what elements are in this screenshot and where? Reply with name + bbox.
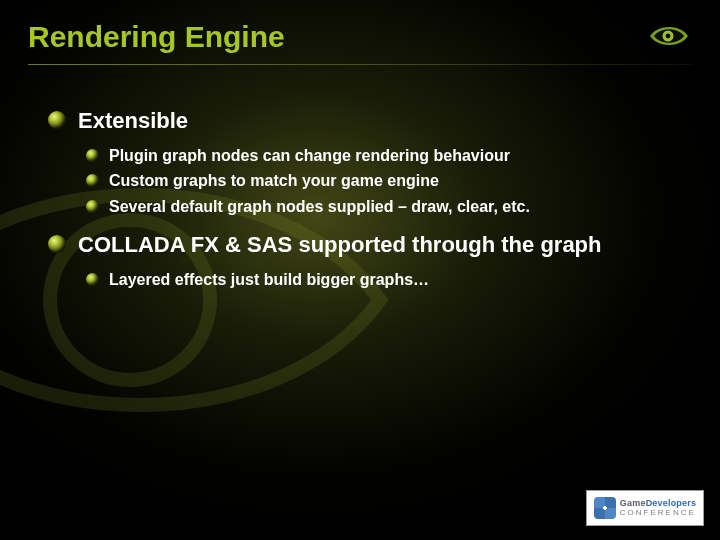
nvidia-eye-icon	[648, 22, 690, 50]
sphere-bullet-icon	[86, 273, 99, 286]
sphere-bullet-icon	[86, 200, 99, 213]
slide: Rendering Engine Extensible Plugin graph…	[0, 0, 720, 540]
gdc-line2: CONFERENCE	[620, 509, 696, 517]
sphere-bullet-icon	[48, 111, 66, 129]
gdc-line1: GameDevelopers	[620, 499, 696, 508]
sub-bullet-label: Several default graph nodes supplied – d…	[109, 196, 530, 218]
list-item: Several default graph nodes supplied – d…	[86, 196, 680, 218]
gdc-line1-a: Game	[620, 498, 646, 508]
sphere-bullet-icon	[48, 235, 66, 253]
list-item: COLLADA FX & SAS supported through the g…	[48, 231, 680, 290]
sphere-bullet-icon	[86, 174, 99, 187]
gdc-line1-b: Developers	[646, 498, 697, 508]
list-item: Plugin graph nodes can change rendering …	[86, 145, 680, 167]
sphere-bullet-icon	[86, 149, 99, 162]
sub-bullet-label: Plugin graph nodes can change rendering …	[109, 145, 510, 167]
bullet-label: COLLADA FX & SAS supported through the g…	[78, 231, 602, 259]
list-item: Custom graphs to match your game engine	[86, 170, 680, 192]
sub-bullet-label: Custom graphs to match your game engine	[109, 170, 439, 192]
bullet-label: Extensible	[78, 107, 188, 135]
bullet-list: Extensible Plugin graph nodes can change…	[48, 107, 680, 290]
gdc-text: GameDevelopers CONFERENCE	[620, 499, 696, 517]
content-area: Extensible Plugin graph nodes can change…	[0, 65, 720, 290]
sub-bullet-label: Layered effects just build bigger graphs…	[109, 269, 429, 291]
list-item: Extensible Plugin graph nodes can change…	[48, 107, 680, 217]
svg-point-2	[666, 34, 671, 39]
sub-bullet-list: Layered effects just build bigger graphs…	[86, 269, 680, 291]
gdc-mark-icon	[594, 497, 616, 519]
sub-bullet-list: Plugin graph nodes can change rendering …	[86, 145, 680, 218]
list-item: Layered effects just build bigger graphs…	[86, 269, 680, 291]
slide-title: Rendering Engine	[0, 0, 720, 54]
gdc-logo: GameDevelopers CONFERENCE	[586, 490, 704, 526]
